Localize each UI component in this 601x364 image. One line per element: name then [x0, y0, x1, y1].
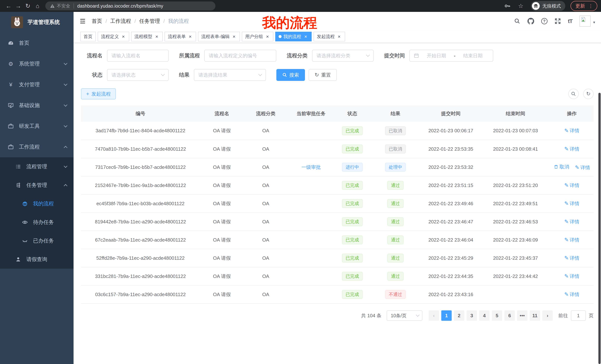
- chevron-down-icon[interactable]: ▾: [593, 20, 595, 25]
- detail-link[interactable]: ✎详情: [564, 273, 579, 280]
- tab-start-process[interactable]: 发起流程×: [313, 32, 345, 41]
- close-icon[interactable]: ×: [121, 34, 126, 39]
- table-row[interactable]: ec45f38f-7b9a-11ec-b03b-acde48001122 OA …: [81, 194, 594, 213]
- detail-link[interactable]: ✎详情: [564, 200, 579, 207]
- process-name-field[interactable]: [111, 53, 164, 59]
- tab-home[interactable]: 首页: [80, 32, 96, 41]
- table-row[interactable]: 3ad174fb-7b9d-11ec-8404-acde48001122 OA …: [81, 122, 594, 140]
- browser-back-icon[interactable]: ←: [4, 0, 13, 12]
- reset-button[interactable]: ↻ 重置: [309, 69, 337, 81]
- current-task-link[interactable]: 一级审批: [301, 164, 321, 170]
- sidebar-item-task-mgmt[interactable]: 任务管理: [0, 176, 74, 194]
- fullscreen-icon[interactable]: [555, 18, 561, 24]
- browser-menu-icon[interactable]: ⋮: [588, 3, 593, 9]
- detail-link[interactable]: ✎详情: [564, 219, 579, 225]
- sidebar-item-done-tasks[interactable]: 已办任务: [0, 231, 74, 250]
- browser-home-icon[interactable]: ⌂: [33, 0, 42, 12]
- detail-link[interactable]: ✎详情: [564, 237, 579, 243]
- url-text[interactable]: dashboard.yudao.iocoder.cn/bpm/task/my: [77, 3, 163, 9]
- tab-user-group[interactable]: 用户分组×: [242, 32, 273, 41]
- page-button-1[interactable]: 1: [441, 310, 452, 321]
- browser-reload-icon[interactable]: ↻: [23, 0, 33, 12]
- page-size-select[interactable]: 10条/页: [387, 310, 422, 321]
- close-icon[interactable]: ×: [303, 34, 308, 39]
- tab-my-process[interactable]: 我的流程×: [275, 32, 312, 41]
- breadcrumb-task-mgmt[interactable]: 任务管理: [139, 18, 160, 25]
- detail-link[interactable]: ✎详情: [564, 127, 579, 134]
- prev-page-button[interactable]: ‹: [429, 310, 439, 321]
- detail-link[interactable]: ✎详情: [575, 164, 590, 171]
- search-button[interactable]: 搜索: [276, 69, 305, 81]
- table-row[interactable]: 331bc281-7b9a-11ec-a290-acde48001122 OA …: [81, 267, 594, 285]
- result-select[interactable]: 请选择流结果: [194, 69, 266, 81]
- sidebar-item-leave-query[interactable]: 请假查询: [0, 250, 74, 269]
- user-avatar[interactable]: ▾: [580, 16, 595, 27]
- page-button-11[interactable]: 11: [530, 310, 540, 321]
- parent-process-input[interactable]: [204, 50, 276, 62]
- page-button-5[interactable]: 5: [492, 310, 502, 321]
- detail-link[interactable]: ✎详情: [564, 146, 579, 152]
- table-row[interactable]: 52ffd28e-7b9a-11ec-a290-acde48001122 OA …: [81, 249, 594, 267]
- sidebar-item-todo-tasks[interactable]: 待办任务: [0, 213, 74, 231]
- parent-process-field[interactable]: [209, 53, 272, 59]
- close-icon[interactable]: ×: [337, 34, 342, 39]
- table-row[interactable]: 67c2eaab-7b9a-11ec-a290-acde48001122 OA …: [81, 231, 594, 249]
- address-bar[interactable]: 不安全 dashboard.yudao.iocoder.cn/bpm/task/…: [45, 1, 215, 10]
- end-date-placeholder[interactable]: 结束日期: [457, 52, 489, 59]
- page-button-6[interactable]: 6: [504, 310, 515, 321]
- sidebar-item-process-mgmt[interactable]: 流程管理: [0, 157, 74, 176]
- close-icon[interactable]: ×: [188, 34, 193, 39]
- next-page-button[interactable]: ›: [542, 310, 553, 321]
- start-date-placeholder[interactable]: 开始日期: [421, 52, 452, 59]
- sidebar-item-payment[interactable]: ¥ 支付管理: [0, 74, 74, 95]
- process-name-input[interactable]: [107, 50, 169, 62]
- table-row[interactable]: 7470a810-7b9b-11ec-b5b7-acde48001122 OA …: [81, 140, 594, 158]
- help-icon[interactable]: ?: [541, 18, 548, 24]
- more-pages-button[interactable]: •••: [517, 310, 527, 321]
- page-button-3[interactable]: 3: [467, 310, 477, 321]
- browser-update-button[interactable]: 更新 ⋮: [571, 1, 597, 11]
- sidebar-item-devtools[interactable]: 研发工具: [0, 116, 74, 136]
- detail-link[interactable]: ✎详情: [564, 291, 579, 298]
- goto-page-input[interactable]: [571, 310, 586, 321]
- sidebar-item-infra[interactable]: 基础设施: [0, 95, 74, 116]
- cancel-link[interactable]: 取消: [554, 164, 569, 170]
- github-icon[interactable]: [527, 18, 534, 25]
- table-row[interactable]: 03c6c157-7b9a-11ec-a290-acde48001122 OA …: [81, 285, 594, 304]
- bookmark-star-icon[interactable]: ☆: [516, 0, 526, 12]
- page-button-4[interactable]: 4: [479, 310, 490, 321]
- detail-link[interactable]: ✎详情: [564, 182, 579, 189]
- submit-time-range-picker[interactable]: 开始日期 - 结束日期: [409, 50, 493, 62]
- header-search-icon[interactable]: [514, 18, 521, 24]
- font-size-icon[interactable]: tT: [568, 18, 572, 24]
- tab-process-form-edit[interactable]: 流程表单-编辑×: [198, 32, 240, 41]
- detail-link[interactable]: ✎详情: [564, 255, 579, 261]
- close-icon[interactable]: ×: [154, 34, 159, 39]
- refresh-table-button[interactable]: ↻: [583, 89, 594, 99]
- sidebar-toggle-icon[interactable]: [80, 18, 86, 24]
- table-row[interactable]: 819442e8-7b9a-11ec-a290-acde48001122 OA …: [81, 213, 594, 231]
- browser-forward-icon[interactable]: →: [13, 0, 23, 12]
- table-row[interactable]: 2152467e-7b9b-11ec-9a1b-acde48001122 OA …: [81, 176, 594, 194]
- sidebar-item-my-process[interactable]: 我的流程: [0, 194, 74, 213]
- tab-process-model[interactable]: 流程模型×: [131, 32, 163, 41]
- app-logo[interactable]: 芋道管理系统: [0, 12, 74, 33]
- page-button-2[interactable]: 2: [454, 310, 464, 321]
- breadcrumb-home[interactable]: 首页: [92, 18, 102, 25]
- start-process-button[interactable]: + 发起流程: [81, 88, 116, 99]
- sidebar-item-system[interactable]: ⚙ 系统管理: [0, 53, 74, 74]
- sidebar-item-workflow[interactable]: 工作流程: [0, 136, 74, 157]
- scrollbar-thumb[interactable]: [598, 93, 601, 364]
- close-icon[interactable]: ×: [265, 34, 270, 39]
- table-row[interactable]: 7317cec6-7b9b-11ec-b5b7-acde48001122 OA …: [81, 158, 594, 176]
- password-key-icon[interactable]: [504, 3, 511, 9]
- security-label[interactable]: 不安全: [57, 3, 70, 9]
- close-icon[interactable]: ×: [231, 34, 237, 39]
- tab-process-definition[interactable]: 流程定义×: [98, 32, 129, 41]
- sidebar-item-home[interactable]: 首页: [0, 33, 74, 53]
- tab-process-form[interactable]: 流程表单×: [165, 32, 196, 41]
- category-select[interactable]: 请选择流程分类: [312, 50, 374, 62]
- status-select[interactable]: 请选择状态: [107, 69, 169, 81]
- show-search-button[interactable]: [568, 89, 579, 99]
- breadcrumb-workflow[interactable]: 工作流程: [110, 18, 131, 25]
